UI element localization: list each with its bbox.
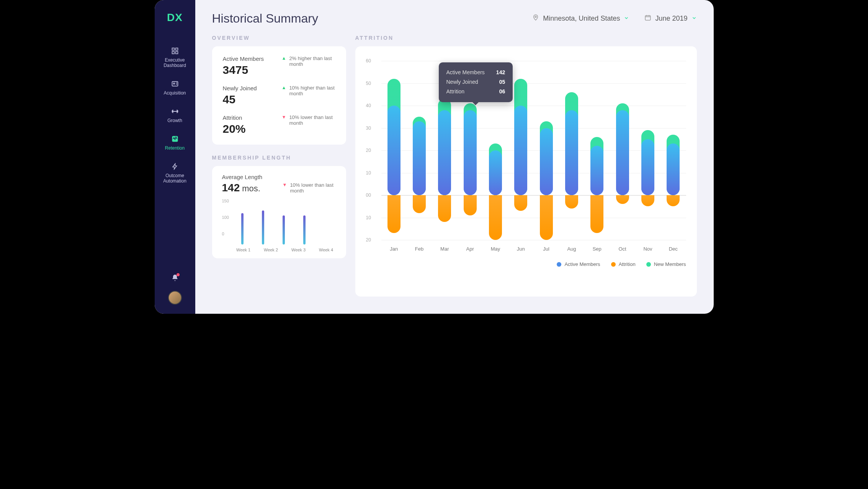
membership-card: Average Length 142mos. ▼ 10% lower than … xyxy=(212,166,346,258)
activity-icon xyxy=(171,135,179,143)
nav-item-executive-dashboard[interactable]: Executive Dashboard xyxy=(155,47,195,68)
location-pin-icon xyxy=(532,14,539,23)
stat-delta: 10% lower than last month xyxy=(289,114,335,126)
y-tick: 50 xyxy=(366,81,371,86)
nav-item-growth[interactable]: Growth xyxy=(166,107,184,123)
triangle-down-icon: ▼ xyxy=(283,182,287,187)
stat-delta: 2% higher than last month xyxy=(289,55,335,67)
membership-mini-chart: 150 100 0 xyxy=(222,199,336,245)
nav-label: Growth xyxy=(167,118,182,123)
attrition-chart: Active Members142 Newly Joined05 Attriti… xyxy=(366,61,686,260)
overview-card: Active Members 3475 ▲ 2% higher than las… xyxy=(212,46,346,145)
x-tick: Week 3 xyxy=(289,248,308,252)
right-column: ATTRITION Active Members142 Newly Joined… xyxy=(355,35,697,297)
stat-newly-joined: Newly Joined 45 ▲ 10% higher than last m… xyxy=(223,85,335,106)
bar-attrition xyxy=(590,195,603,233)
page-header: Historical Summary Minnesota, United Sta… xyxy=(212,11,697,26)
stat-title: Active Members xyxy=(223,55,264,62)
legend-attrition: Attrition xyxy=(611,261,636,267)
chevron-down-icon xyxy=(624,15,629,23)
period-selector[interactable]: June 2019 xyxy=(644,14,696,23)
legend-dot-icon xyxy=(611,262,616,267)
y-tick: 150 xyxy=(222,199,229,203)
bar-active-members xyxy=(387,106,400,195)
notification-dot-icon xyxy=(177,273,180,276)
x-tick: Feb xyxy=(413,246,426,252)
gridline xyxy=(381,240,686,240)
sidebar-nav: Executive Dashboard Acquisition Growth R… xyxy=(155,47,195,184)
nav-label: Acquisition xyxy=(163,90,186,96)
svg-rect-0 xyxy=(172,48,174,51)
chart-x-axis: JanFebMarAprMayJunJulAugSepOctNovDec xyxy=(381,246,686,252)
chart-tooltip: Active Members142 Newly Joined05 Attriti… xyxy=(439,62,513,102)
stat-value: 3475 xyxy=(223,64,264,77)
tooltip-value: 05 xyxy=(499,77,505,87)
mini-bar xyxy=(303,215,306,245)
chart-column[interactable] xyxy=(387,61,400,240)
svg-rect-2 xyxy=(172,52,174,54)
content-row: OVERVIEW Active Members 3475 ▲ 2% higher… xyxy=(212,35,697,297)
main-content: Historical Summary Minnesota, United Sta… xyxy=(195,0,714,314)
header-controls: Minnesota, United States June 2019 xyxy=(532,14,696,23)
sidebar: DX Executive Dashboard Acquisition Growt… xyxy=(155,0,195,314)
stat-delta: 10% higher than last month xyxy=(289,85,335,96)
chevron-down-icon xyxy=(691,15,697,23)
membership-delta: 10% lower than last month xyxy=(290,182,336,194)
bar-attrition xyxy=(489,195,502,240)
mini-chart-bars xyxy=(241,208,306,245)
bar-attrition xyxy=(616,195,629,204)
bar-active-members xyxy=(464,110,477,195)
period-value: June 2019 xyxy=(655,15,687,23)
chart-column[interactable] xyxy=(565,61,578,240)
x-tick: Oct xyxy=(616,246,629,252)
lightning-icon xyxy=(171,162,179,171)
y-tick: 40 xyxy=(366,103,371,108)
stat-value: 20% xyxy=(223,122,246,135)
stat-active-members: Active Members 3475 ▲ 2% higher than las… xyxy=(223,55,335,77)
chart-column[interactable] xyxy=(616,61,629,240)
legend-dot-icon xyxy=(646,262,651,267)
chart-column[interactable] xyxy=(514,61,527,240)
nav-item-outcome-automation[interactable]: Outcome Automation xyxy=(155,162,195,184)
location-selector[interactable]: Minnesota, United States xyxy=(532,14,629,23)
calendar-icon xyxy=(644,14,651,23)
nav-item-acquisition[interactable]: Acquisition xyxy=(162,80,187,96)
page-title: Historical Summary xyxy=(212,11,318,26)
logo-letter-x: X xyxy=(175,11,183,23)
chart-column[interactable] xyxy=(590,61,603,240)
attrition-card: Active Members142 Newly Joined05 Attriti… xyxy=(355,46,697,297)
bar-attrition xyxy=(641,195,654,206)
chart-column[interactable] xyxy=(641,61,654,240)
barbell-icon xyxy=(171,107,179,116)
chart-column[interactable] xyxy=(413,61,426,240)
dashboard-icon xyxy=(171,47,179,55)
svg-point-5 xyxy=(173,83,174,84)
stat-attrition: Attrition 20% ▼ 10% lower than last mont… xyxy=(223,114,335,135)
user-avatar[interactable] xyxy=(168,291,182,305)
nav-item-retention[interactable]: Retention xyxy=(163,135,186,151)
svg-rect-8 xyxy=(646,16,651,20)
mini-bar xyxy=(241,213,244,245)
legend-label: Active Members xyxy=(564,261,600,267)
mini-chart-y-axis: 150 100 0 xyxy=(222,199,229,236)
tooltip-label: Newly Joined xyxy=(446,77,478,87)
x-tick: Jan xyxy=(387,246,400,252)
x-tick: Week 1 xyxy=(234,248,253,252)
bar-attrition xyxy=(464,195,477,215)
mini-chart-x-axis: Week 1 Week 2 Week 3 Week 4 xyxy=(222,248,336,252)
y-tick: 20 xyxy=(366,237,371,243)
stat-value: 45 xyxy=(223,93,257,106)
legend-dot-icon xyxy=(557,262,561,267)
membership-value: 142 xyxy=(222,182,240,194)
x-tick: Jul xyxy=(540,246,553,252)
nav-label: Outcome Automation xyxy=(156,173,194,184)
y-tick: 100 xyxy=(222,215,229,220)
notifications-button[interactable] xyxy=(171,274,179,283)
svg-rect-3 xyxy=(175,52,178,54)
x-tick: Apr xyxy=(464,246,477,252)
bar-attrition xyxy=(438,195,451,222)
chart-column[interactable] xyxy=(540,61,553,240)
chart-column[interactable] xyxy=(667,61,680,240)
svg-point-7 xyxy=(535,16,536,18)
mini-bar xyxy=(262,210,264,245)
